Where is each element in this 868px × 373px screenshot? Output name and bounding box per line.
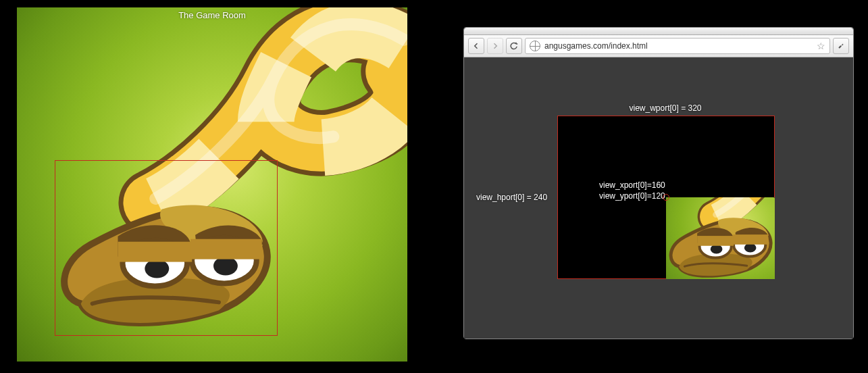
globe-icon <box>530 41 540 51</box>
label-view-xport: view_xport[0]=160 <box>599 180 665 190</box>
menu-button[interactable] <box>833 38 849 54</box>
browser-window: angusgames.com/index.html ☆ view_wport[0… <box>463 27 854 339</box>
browser-page: view_wport[0] = 320 view_hport[0] = 240 … <box>464 57 853 339</box>
game-room-title: The Game Room <box>17 10 407 20</box>
browser-toolbar: angusgames.com/index.html ☆ <box>464 35 853 57</box>
forward-button[interactable] <box>487 38 503 54</box>
wrench-icon <box>837 42 845 50</box>
label-view-hport: view_hport[0] = 240 <box>476 193 547 202</box>
snake-art-cropped <box>666 197 775 279</box>
game-room: The Game Room <box>16 7 408 362</box>
bookmark-star-icon[interactable]: ☆ <box>817 41 825 51</box>
label-view-wport: view_wport[0] = 320 <box>557 103 773 113</box>
port-origin-marker <box>663 194 669 201</box>
port-visible-region <box>666 197 775 279</box>
back-button[interactable] <box>468 38 484 54</box>
url-bar[interactable]: angusgames.com/index.html ☆ <box>525 38 830 54</box>
label-view-yport: view_yport[0]=120 <box>599 191 665 201</box>
arrow-left-icon <box>472 42 480 50</box>
reload-icon <box>510 42 518 50</box>
snake-art <box>17 7 407 362</box>
game-room-panel: The Game Room <box>16 7 408 362</box>
url-text: angusgames.com/index.html <box>544 41 813 51</box>
reload-button[interactable] <box>506 38 522 54</box>
arrow-right-icon <box>491 42 499 50</box>
browser-titlebar <box>464 28 853 35</box>
